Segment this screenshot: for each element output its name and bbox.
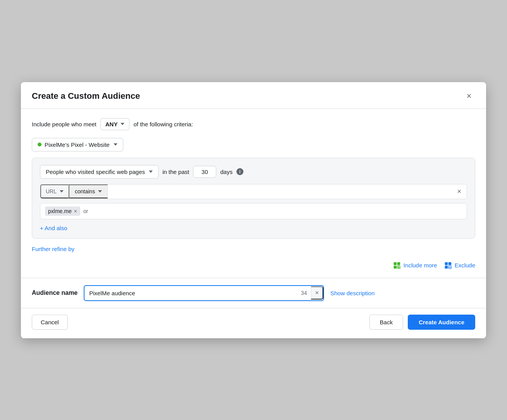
- pixel-label: PixelMe's Pixel - Website: [45, 141, 110, 148]
- any-label: ANY: [105, 121, 118, 127]
- back-button[interactable]: Back: [369, 315, 403, 330]
- chevron-down-icon: [149, 170, 153, 173]
- modal-header: Create a Custom Audience ×: [21, 82, 486, 109]
- exclude-button[interactable]: Exclude: [444, 262, 475, 269]
- exclude-icon: [444, 262, 452, 269]
- visited-pages-dropdown[interactable]: People who visited specific web pages: [40, 165, 159, 179]
- include-prefix: Include people who meet: [32, 121, 97, 127]
- footer-divider: [21, 278, 486, 278]
- include-suffix: of the following criteria:: [133, 121, 193, 127]
- include-criteria-row: Include people who meet ANY of the follo…: [32, 118, 475, 130]
- cancel-button[interactable]: Cancel: [32, 315, 68, 330]
- in-past-label: in the past: [162, 169, 189, 175]
- pixel-source-row: PixelMe's Pixel - Website: [32, 138, 475, 151]
- days-label: days: [220, 169, 233, 175]
- include-more-label: Include more: [404, 262, 437, 269]
- audience-name-input[interactable]: [84, 286, 297, 300]
- and-also-button[interactable]: + And also: [40, 223, 67, 233]
- or-label: or: [83, 208, 88, 214]
- svg-rect-2: [394, 265, 397, 269]
- svg-rect-0: [394, 262, 397, 265]
- chevron-down-url-icon: [60, 190, 64, 193]
- action-row: Include more Exclude: [32, 257, 475, 272]
- visited-pages-row: People who visited specific web pages in…: [40, 165, 467, 179]
- visited-pages-label: People who visited specific web pages: [46, 169, 145, 175]
- modal-title: Create a Custom Audience: [32, 91, 140, 101]
- pixel-source-dropdown[interactable]: PixelMe's Pixel - Website: [32, 138, 123, 151]
- pixel-status-dot: [38, 143, 41, 146]
- any-dropdown[interactable]: ANY: [100, 118, 130, 130]
- svg-rect-1: [397, 262, 400, 265]
- url-label: URL: [46, 188, 57, 195]
- create-audience-button[interactable]: Create Audience: [408, 315, 475, 330]
- svg-rect-6: [445, 262, 448, 265]
- char-count: 34: [297, 290, 311, 296]
- svg-rect-8: [445, 265, 448, 269]
- contains-label: contains: [75, 188, 95, 195]
- audience-name-clear-button[interactable]: ×: [311, 286, 323, 300]
- url-tag: pxlme.me ×: [45, 207, 80, 216]
- chevron-down-icon: [121, 123, 124, 125]
- modal: Create a Custom Audience × Include peopl…: [21, 82, 486, 338]
- close-button[interactable]: ×: [463, 90, 475, 102]
- chevron-down-icon: [114, 143, 117, 146]
- audience-name-row: Audience name 34 × Show description: [21, 285, 486, 308]
- chevron-down-contains-icon: [98, 190, 102, 193]
- exclude-label: Exclude: [455, 262, 475, 269]
- filter-row: URL contains ×: [40, 184, 467, 199]
- contains-dropdown[interactable]: contains: [69, 184, 108, 198]
- audience-name-input-wrap: 34 ×: [84, 285, 324, 301]
- svg-rect-7: [448, 262, 451, 265]
- modal-body: Include people who meet ANY of the follo…: [21, 109, 486, 278]
- url-dropdown[interactable]: URL: [40, 184, 69, 198]
- filter-close-button[interactable]: ×: [452, 184, 467, 199]
- days-input[interactable]: [193, 166, 216, 178]
- tag-remove-button[interactable]: ×: [74, 208, 77, 214]
- show-description-button[interactable]: Show description: [330, 290, 374, 296]
- include-more-button[interactable]: Include more: [393, 262, 437, 269]
- audience-name-label: Audience name: [32, 289, 78, 296]
- url-tag-value: pxlme.me: [48, 208, 72, 214]
- criteria-box: People who visited specific web pages in…: [32, 158, 475, 239]
- modal-actions: Cancel Back Create Audience: [21, 308, 486, 338]
- right-action-buttons: Back Create Audience: [369, 315, 475, 330]
- info-icon[interactable]: i: [236, 168, 243, 175]
- further-refine-button[interactable]: Further refine by: [32, 244, 74, 254]
- url-value-row[interactable]: pxlme.me × or: [40, 203, 467, 219]
- include-more-icon: [393, 262, 401, 269]
